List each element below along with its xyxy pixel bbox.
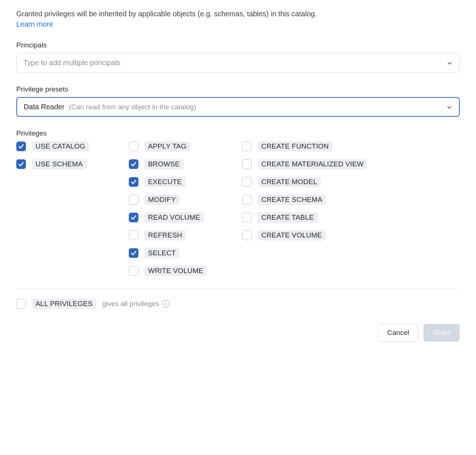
privilege-checkbox[interactable] xyxy=(129,142,138,151)
privilege-item: CREATE VOLUME xyxy=(242,230,460,240)
privilege-item: REFRESH xyxy=(129,230,242,240)
privilege-item: APPLY TAG xyxy=(129,141,242,152)
privilege-item: CREATE MATERIALIZED VIEW xyxy=(242,159,460,169)
all-privileges-desc: gives all privileges i xyxy=(102,300,170,308)
privilege-tag: CREATE SCHEMA xyxy=(258,195,326,205)
privilege-item: BROWSE xyxy=(129,159,242,169)
learn-more-link[interactable]: Learn more xyxy=(16,20,53,29)
all-privileges-checkbox[interactable] xyxy=(16,299,26,309)
privilege-item: SELECT xyxy=(129,248,242,258)
privilege-checkbox[interactable] xyxy=(129,177,138,187)
privilege-item: CREATE FUNCTION xyxy=(242,141,460,152)
preset-selected-desc: (Can read from any object in the catalog… xyxy=(69,103,196,111)
privilege-tag: CREATE FUNCTION xyxy=(258,141,332,152)
privilege-checkbox[interactable] xyxy=(129,195,138,205)
privilege-tag: MODIFY xyxy=(144,195,180,205)
privileges-grid: USE CATALOGUSE SCHEMAAPPLY TAGBROWSEEXEC… xyxy=(16,141,460,276)
preset-selected-name: Data Reader xyxy=(24,103,65,111)
privilege-checkbox[interactable] xyxy=(129,213,138,222)
grant-button[interactable]: Grant xyxy=(423,324,460,342)
privileges-column: CREATE FUNCTIONCREATE MATERIALIZED VIEWC… xyxy=(242,141,460,276)
privilege-tag: APPLY TAG xyxy=(144,141,190,152)
all-privileges-tag: ALL PRIVILEGES xyxy=(32,299,96,309)
principals-label: Principals xyxy=(16,41,460,49)
privilege-checkbox[interactable] xyxy=(242,142,252,151)
privilege-tag: READ VOLUME xyxy=(144,212,204,223)
privilege-tag: CREATE TABLE xyxy=(258,212,318,223)
privileges-column: APPLY TAGBROWSEEXECUTEMODIFYREAD VOLUMER… xyxy=(129,141,242,276)
privilege-item: READ VOLUME xyxy=(129,212,242,223)
info-icon[interactable]: i xyxy=(162,300,170,308)
privilege-item: MODIFY xyxy=(129,195,242,205)
privilege-tag: BROWSE xyxy=(144,159,184,169)
privilege-checkbox[interactable] xyxy=(129,230,138,240)
privilege-checkbox[interactable] xyxy=(16,159,26,169)
privilege-item: CREATE TABLE xyxy=(242,212,460,223)
privilege-checkbox[interactable] xyxy=(242,195,252,205)
privilege-checkbox[interactable] xyxy=(16,142,26,151)
intro-text: Granted privileges will be inherited by … xyxy=(16,9,460,19)
chevron-down-icon xyxy=(447,60,453,66)
privilege-checkbox[interactable] xyxy=(242,159,252,169)
privilege-tag: CREATE MODEL xyxy=(258,177,321,187)
privilege-tag: REFRESH xyxy=(144,230,186,240)
principals-select[interactable]: Type to add multiple principals xyxy=(16,53,460,73)
privilege-item: USE CATALOG xyxy=(16,141,129,152)
privileges-label: Privileges xyxy=(16,129,460,137)
privilege-checkbox[interactable] xyxy=(242,230,252,240)
privilege-tag: CREATE VOLUME xyxy=(258,230,326,240)
privilege-item: WRITE VOLUME xyxy=(129,266,242,276)
privilege-checkbox[interactable] xyxy=(242,213,252,222)
privilege-tag: SELECT xyxy=(144,248,180,258)
all-privileges-desc-text: gives all privileges xyxy=(102,300,159,308)
privilege-checkbox[interactable] xyxy=(129,159,138,169)
cancel-button[interactable]: Cancel xyxy=(378,324,418,342)
privilege-item: CREATE MODEL xyxy=(242,177,460,187)
presets-label: Privilege presets xyxy=(16,85,460,93)
dialog-footer: Cancel Grant xyxy=(16,324,460,342)
divider xyxy=(16,289,460,289)
privilege-tag: WRITE VOLUME xyxy=(144,266,207,276)
all-privileges-row: ALL PRIVILEGES gives all privileges i xyxy=(16,299,460,309)
privilege-checkbox[interactable] xyxy=(129,266,138,276)
privilege-tag: CREATE MATERIALIZED VIEW xyxy=(258,159,367,169)
privilege-checkbox[interactable] xyxy=(129,248,138,258)
privilege-item: USE SCHEMA xyxy=(16,159,129,169)
principals-placeholder: Type to add multiple principals xyxy=(23,59,120,67)
privilege-tag: USE CATALOG xyxy=(32,141,89,152)
privilege-item: CREATE SCHEMA xyxy=(242,195,460,205)
preset-select[interactable]: Data Reader (Can read from any object in… xyxy=(16,97,460,117)
chevron-down-icon xyxy=(446,104,452,110)
privilege-item: EXECUTE xyxy=(129,177,242,187)
privileges-column: USE CATALOGUSE SCHEMA xyxy=(16,141,129,276)
privilege-tag: USE SCHEMA xyxy=(32,159,87,169)
privilege-checkbox[interactable] xyxy=(242,177,252,187)
privilege-tag: EXECUTE xyxy=(144,177,185,187)
